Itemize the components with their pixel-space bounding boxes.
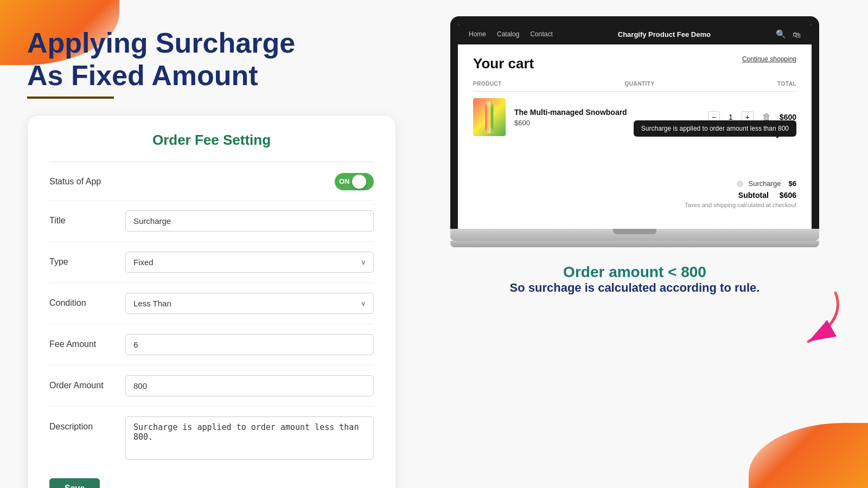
order-amount-input[interactable] [125, 375, 374, 396]
surcharge-amount: $6 [789, 179, 796, 188]
nav-brand: Chargify Product Fee Demo [564, 30, 765, 38]
title-input[interactable] [125, 210, 374, 232]
cart-header: Your cart Continue shopping [473, 55, 796, 72]
save-button[interactable]: Save [49, 478, 100, 488]
laptop-base [450, 229, 819, 241]
product-name: The Multi-managed Snowboard [514, 108, 667, 117]
type-label: Type [49, 252, 125, 267]
fee-amount-input[interactable] [125, 334, 374, 355]
condition-row: Condition Less Than Greater Than Equal T… [49, 293, 374, 324]
form-divider [49, 162, 374, 162]
col-total: TOTAL [777, 81, 796, 87]
col-quantity: QUANTITY [624, 81, 654, 87]
left-panel: Applying Surcharge As Fixed Amount Order… [27, 22, 396, 466]
fee-amount-row: Fee Amount [49, 334, 374, 365]
subtotal-line: Subtotal $606 [473, 191, 796, 200]
title-row: Title [49, 210, 374, 242]
nav-link-home[interactable]: Home [469, 30, 486, 38]
nav-link-catalog[interactable]: Catalog [497, 30, 519, 38]
order-amount-label: Order Amount [49, 375, 125, 390]
form-card-title: Order Fee Setting [49, 132, 374, 149]
nav-link-contact[interactable]: Contact [530, 30, 552, 38]
title-label: Title [49, 210, 125, 226]
condition-select[interactable]: Less Than Greater Than Equal To [125, 293, 374, 314]
laptop-screen-outer: Home Catalog Contact Chargify Product Fe… [450, 16, 819, 229]
toggle-circle [352, 175, 366, 189]
bottom-text-line2: So surchage is calculated according to r… [510, 281, 760, 295]
subtotal-value: $606 [780, 191, 796, 200]
main-title-line1: Applying Surcharge [27, 27, 295, 59]
cart-totals: Surcharge $6 Subtotal $606 Taxes and shi… [473, 179, 796, 208]
continue-shopping-link[interactable]: Continue shopping [742, 55, 796, 63]
surcharge-name: Surcharge [749, 179, 781, 188]
title-underline [27, 97, 114, 99]
store-nav: Home Catalog Contact Chargify Product Fe… [458, 24, 812, 44]
status-toggle[interactable]: ON [335, 173, 374, 190]
svg-point-3 [486, 101, 494, 107]
condition-label: Condition [49, 293, 125, 308]
bottom-text-block: Order amount < 800 So surchage is calcul… [510, 264, 760, 295]
type-select-wrapper: Fixed Percentage [125, 252, 374, 273]
description-textarea[interactable]: Surcharge is applied to order amount les… [125, 416, 374, 460]
bottom-text-line1: Order amount < 800 [510, 264, 760, 281]
main-title-block: Applying Surcharge As Fixed Amount [27, 22, 396, 99]
search-icon[interactable]: 🔍 [776, 29, 786, 39]
toggle-on-text: ON [339, 177, 350, 185]
cart-columns: PRODUCT QUANTITY TOTAL [473, 81, 796, 92]
surcharge-line: Surcharge $6 [473, 179, 796, 188]
type-select[interactable]: Fixed Percentage [125, 252, 374, 273]
product-image [473, 98, 506, 136]
svg-point-4 [486, 127, 494, 133]
col-product: PRODUCT [473, 81, 502, 87]
description-row: Description Surcharge is applied to orde… [49, 416, 374, 470]
main-title-line2: As Fixed Amount [27, 60, 258, 91]
fee-amount-label: Fee Amount [49, 334, 125, 349]
laptop-mockup: Home Catalog Contact Chargify Product Fe… [450, 16, 819, 247]
subtotal-label: Subtotal [738, 191, 769, 200]
description-label: Description [49, 416, 125, 432]
cart-icon[interactable]: 🛍 [793, 30, 801, 39]
store-content: Your cart Continue shopping PRODUCT QUAN… [458, 44, 812, 229]
surcharge-tooltip: Surcharge is applied to order amount les… [634, 120, 796, 137]
laptop-foot [450, 241, 819, 247]
surcharge-dot [737, 181, 743, 187]
laptop-screen-inner: Home Catalog Contact Chargify Product Fe… [458, 24, 812, 229]
status-row: Status of App ON [49, 173, 374, 201]
main-title: Applying Surcharge As Fixed Amount [27, 27, 396, 92]
order-amount-row: Order Amount [49, 375, 374, 407]
condition-select-wrapper: Less Than Greater Than Equal To [125, 293, 374, 314]
nav-icons: 🔍 🛍 [776, 29, 801, 39]
right-panel: Home Catalog Contact Chargify Product Fe… [429, 22, 841, 466]
laptop-notch [613, 229, 656, 234]
status-label: Status of App [49, 177, 101, 187]
form-card: Order Fee Setting Status of App ON Title… [27, 115, 396, 488]
cart-title: Your cart [473, 55, 534, 72]
curved-arrow [765, 287, 852, 355]
type-row: Type Fixed Percentage [49, 252, 374, 283]
tax-note: Taxes and shipping calculated at checkou… [473, 202, 796, 208]
